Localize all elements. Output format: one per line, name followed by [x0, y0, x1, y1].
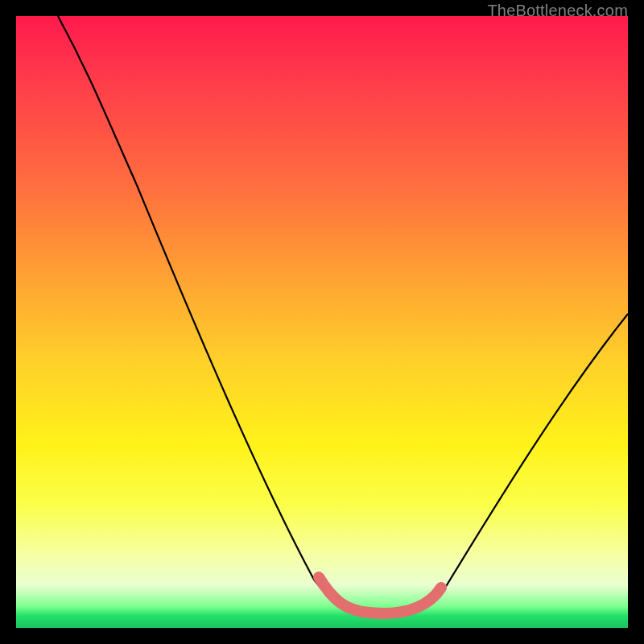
plot-area [16, 16, 628, 628]
bottleneck-curve [16, 16, 628, 628]
curve-line [58, 16, 628, 614]
watermark: TheBottleneck.com [487, 2, 628, 20]
optimal-zone-marker [319, 577, 441, 613]
chart-frame: TheBottleneck.com [0, 0, 644, 644]
